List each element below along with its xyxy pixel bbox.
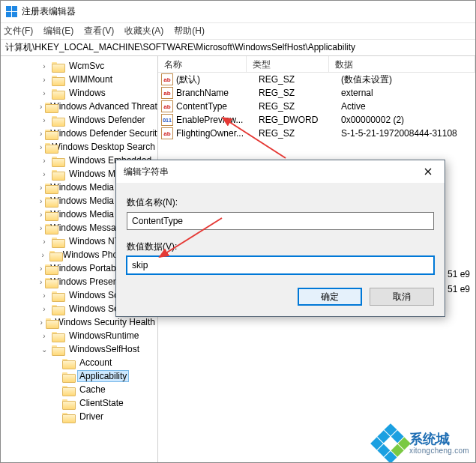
regedit-icon	[5, 6, 17, 18]
folder-icon	[52, 88, 64, 98]
tree-item[interactable]: Driver	[1, 410, 157, 423]
cancel-button[interactable]: 取消	[370, 288, 434, 306]
chevron-right-icon[interactable]: ›	[40, 224, 42, 232]
value-name: FlightingOwner...	[176, 128, 259, 139]
string-value-icon: ab	[161, 73, 173, 85]
chevron-right-icon[interactable]: ›	[40, 332, 49, 340]
chevron-right-icon[interactable]: ›	[40, 278, 42, 286]
col-name[interactable]: 名称	[158, 56, 247, 72]
tree-item-label: Windows Desktop Search	[50, 142, 157, 152]
value-type: REG_SZ	[259, 101, 341, 112]
menu-help[interactable]: 帮助(H)	[174, 25, 205, 37]
address-bar[interactable]: 计算机\HKEY_LOCAL_MACHINE\SOFTWARE\Microsof…	[1, 40, 475, 56]
value-name: EnablePreview...	[176, 115, 259, 125]
chevron-right-icon[interactable]: ›	[40, 184, 42, 192]
folder-icon	[52, 237, 64, 246]
ok-button[interactable]: 确定	[298, 288, 362, 306]
chevron-right-icon[interactable]: ›	[40, 237, 49, 246]
folder-icon	[49, 250, 58, 260]
list-row[interactable]: ab(默认)REG_SZ(数值未设置)	[158, 73, 475, 86]
bg-fragment: 51 e9	[448, 284, 470, 294]
menu-view[interactable]: 查看(V)	[84, 25, 114, 37]
tree-item[interactable]: ›WindowsRuntime	[1, 329, 157, 342]
dialog-titlebar[interactable]: 编辑字符串	[116, 160, 445, 183]
tree-item-label: Windows NT	[67, 236, 122, 246]
tree-item-label: Windows Advanced Threat Protection	[48, 101, 158, 112]
col-data[interactable]: 数据	[329, 56, 475, 72]
tree-item[interactable]: ClientState	[1, 396, 157, 410]
chevron-down-icon[interactable]: ⌄	[40, 345, 49, 354]
value-name: (默认)	[176, 73, 259, 86]
chevron-right-icon[interactable]: ›	[40, 251, 46, 259]
tree-item[interactable]: Applicability	[1, 369, 157, 383]
chevron-right-icon[interactable]: ›	[40, 318, 43, 327]
tree-item[interactable]: ›Windows Defender	[1, 113, 157, 127]
chevron-right-icon[interactable]: ›	[40, 211, 42, 219]
tree-item-label: WIMMount	[67, 74, 115, 85]
watermark-url: xitongcheng.com	[409, 447, 469, 455]
folder-icon	[52, 61, 64, 71]
edit-string-dialog: 编辑字符串 数值名称(N): 数值数据(V): 确定 取消	[115, 160, 445, 317]
tree-item[interactable]: ›WcmSvc	[1, 59, 157, 73]
value-name: BranchName	[176, 88, 259, 98]
chevron-right-icon[interactable]: ›	[40, 264, 42, 273]
menu-edit[interactable]: 编辑(E)	[43, 25, 73, 37]
string-value-icon: ab	[161, 100, 173, 112]
chevron-right-icon[interactable]: ›	[40, 89, 49, 97]
menu-file[interactable]: 文件(F)	[4, 25, 33, 37]
chevron-right-icon[interactable]: ›	[40, 62, 49, 70]
value-data: external	[341, 88, 475, 98]
tree-item[interactable]: ›Windows Advanced Threat Protection	[1, 100, 157, 113]
folder-icon	[45, 142, 46, 152]
chevron-right-icon[interactable]: ›	[40, 116, 49, 124]
folder-icon	[52, 291, 64, 300]
tree-item[interactable]: ›WIMMount	[1, 73, 157, 86]
folder-icon	[62, 385, 74, 395]
value-name-input[interactable]	[127, 212, 434, 230]
tree-item-label: Windows	[67, 88, 108, 98]
chevron-right-icon[interactable]: ›	[40, 157, 49, 165]
folder-icon	[62, 412, 74, 422]
string-value-icon: ab	[161, 87, 173, 99]
tree-item[interactable]: Cache	[1, 383, 157, 396]
watermark-logo-icon	[370, 423, 411, 463]
chevron-right-icon[interactable]: ›	[40, 103, 42, 111]
folder-icon	[52, 331, 64, 341]
list-row[interactable]: 011EnablePreview...REG_DWORD0x00000002 (…	[158, 113, 475, 127]
menu-favorites[interactable]: 收藏夹(A)	[124, 25, 163, 37]
value-type: REG_SZ	[259, 74, 341, 85]
chevron-right-icon[interactable]: ›	[40, 130, 42, 138]
string-value-icon: ab	[161, 127, 173, 139]
folder-icon	[52, 304, 64, 314]
watermark: 系统城 xitongcheng.com	[376, 429, 469, 458]
chevron-right-icon[interactable]: ›	[40, 291, 49, 300]
tree-item-label: WindowsRuntime	[67, 330, 141, 341]
chevron-right-icon[interactable]: ›	[40, 143, 42, 151]
list-row[interactable]: abBranchNameREG_SZexternal	[158, 86, 475, 100]
col-type[interactable]: 类型	[247, 56, 329, 72]
window-title: 注册表编辑器	[22, 5, 76, 18]
tree-item[interactable]: ›Windows Desktop Search	[1, 140, 157, 154]
value-data-input[interactable]	[127, 256, 434, 274]
value-data: (数值未设置)	[341, 73, 475, 86]
tree-item-label: Cache	[77, 384, 108, 395]
chevron-right-icon[interactable]: ›	[40, 197, 42, 205]
list-row[interactable]: abFlightingOwner...REG_SZS-1-5-21-197200…	[158, 127, 475, 140]
tree-item[interactable]: ›Windows Security Health	[1, 315, 157, 329]
watermark-text: 系统城	[409, 432, 469, 447]
folder-icon	[52, 75, 64, 85]
tree-item-label: Applicability	[77, 370, 129, 382]
chevron-right-icon[interactable]: ›	[40, 305, 49, 313]
tree-item[interactable]: ›Windows	[1, 86, 157, 100]
list-row[interactable]: abContentTypeREG_SZActive	[158, 100, 475, 113]
tree-item[interactable]: Account	[1, 356, 157, 369]
tree-item-label: Windows Defender Security Center	[48, 128, 158, 139]
address-path: 计算机\HKEY_LOCAL_MACHINE\SOFTWARE\Microsof…	[5, 41, 355, 54]
chevron-right-icon[interactable]: ›	[40, 76, 49, 84]
tree-item[interactable]: ›Windows Defender Security Center	[1, 127, 157, 140]
value-name: ContentType	[176, 101, 259, 112]
chevron-right-icon[interactable]: ›	[40, 170, 49, 178]
tree-item[interactable]: ⌄WindowsSelfHost	[1, 342, 157, 356]
close-icon[interactable]	[413, 161, 443, 182]
dialog-title: 编辑字符串	[124, 166, 169, 178]
